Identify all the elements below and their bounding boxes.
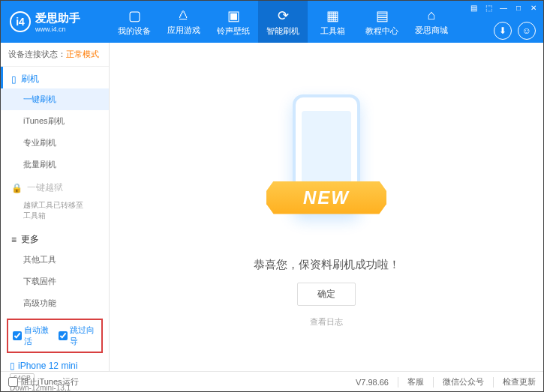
phone-icon: ▢ — [128, 7, 141, 24]
close-icon[interactable]: ✕ — [527, 2, 540, 13]
window-controls: ▤ ⬚ ― □ ✕ — [464, 1, 543, 14]
store-icon: ⌂ — [428, 7, 436, 23]
sidebar-item-download-firmware[interactable]: 下载固件 — [1, 271, 109, 292]
sidebar-section-more[interactable]: ≡更多 — [1, 227, 109, 249]
sidebar-item-oneclick-flash[interactable]: 一键刷机 — [1, 88, 109, 110]
menu-icon[interactable]: ▤ — [467, 2, 480, 13]
phone-illustration: NEW — [270, 87, 383, 244]
list-icon: ≡ — [11, 235, 17, 245]
phone-icon: ▯ — [10, 361, 15, 371]
sidebar-item-pro-flash[interactable]: 专业刷机 — [1, 132, 109, 154]
logo-icon: i4 — [10, 11, 31, 32]
app-header: i4 爱思助手 www.i4.cn ▢我的设备 ⩟应用游戏 ▣铃声壁纸 ⟳智能刷… — [1, 1, 543, 43]
skip-guide-checkbox[interactable]: 跳过向导 — [59, 325, 97, 347]
toolbox-icon: ▦ — [326, 7, 339, 24]
sidebar: 设备连接状态：正常模式 ▯刷机 一键刷机 iTunes刷机 专业刷机 批量刷机 … — [1, 43, 110, 371]
apps-icon: ⩟ — [177, 7, 191, 23]
sidebar-item-advanced[interactable]: 高级功能 — [1, 292, 109, 314]
skin-icon[interactable]: ⬚ — [482, 2, 495, 13]
connection-status: 设备连接状态：正常模式 — [1, 43, 109, 67]
user-icon[interactable]: ☺ — [518, 22, 536, 40]
phone-icon: ▯ — [11, 74, 17, 85]
book-icon: ▤ — [376, 7, 389, 24]
image-icon: ▣ — [227, 7, 240, 24]
nav-toolbox[interactable]: ▦工具箱 — [308, 1, 357, 43]
flash-options-highlight: 自动激活 跳过向导 — [7, 319, 103, 353]
check-update-link[interactable]: 检查更新 — [503, 376, 536, 388]
ok-button[interactable]: 确定 — [297, 283, 356, 306]
app-url: www.i4.cn — [35, 25, 80, 33]
sidebar-section-jailbreak: 🔒一键越狱 — [1, 175, 109, 197]
main-content: NEW 恭喜您，保资料刷机成功啦！ 确定 查看日志 — [110, 43, 543, 371]
app-name: 爱思助手 — [35, 11, 80, 25]
sidebar-section-flash[interactable]: ▯刷机 — [1, 67, 109, 88]
nav-my-device[interactable]: ▢我的设备 — [110, 1, 159, 43]
jailbreak-notice: 越狱工具已转移至 工具箱 — [1, 197, 109, 227]
minimize-icon[interactable]: ― — [497, 2, 510, 13]
new-ribbon: NEW — [266, 181, 386, 214]
header-actions: ⬇ ☺ — [494, 22, 536, 40]
wechat-link[interactable]: 微信公众号 — [443, 376, 484, 388]
sidebar-item-other-tools[interactable]: 其他工具 — [1, 249, 109, 271]
sidebar-item-itunes-flash[interactable]: iTunes刷机 — [1, 110, 109, 132]
support-link[interactable]: 客服 — [407, 376, 424, 388]
logo-area: i4 爱思助手 www.i4.cn — [1, 11, 110, 33]
nav-tutorials[interactable]: ▤教程中心 — [357, 1, 407, 43]
view-log-link[interactable]: 查看日志 — [310, 316, 343, 328]
success-message: 恭喜您，保资料刷机成功啦！ — [254, 258, 400, 272]
nav-store[interactable]: ⌂爱思商城 — [407, 1, 456, 43]
auto-activate-checkbox[interactable]: 自动激活 — [13, 325, 51, 347]
download-icon[interactable]: ⬇ — [494, 22, 512, 40]
sidebar-item-batch-flash[interactable]: 批量刷机 — [1, 154, 109, 175]
lock-icon: 🔒 — [11, 183, 23, 193]
version-label: V7.98.66 — [356, 378, 389, 387]
maximize-icon[interactable]: □ — [512, 2, 525, 13]
block-itunes-checkbox[interactable]: 阻止iTunes运行 — [8, 376, 79, 388]
main-nav: ▢我的设备 ⩟应用游戏 ▣铃声壁纸 ⟳智能刷机 ▦工具箱 ▤教程中心 ⌂爱思商城 — [110, 1, 456, 43]
nav-apps[interactable]: ⩟应用游戏 — [159, 1, 209, 43]
nav-flash[interactable]: ⟳智能刷机 — [258, 1, 308, 43]
nav-ringtones[interactable]: ▣铃声壁纸 — [209, 1, 258, 43]
refresh-icon: ⟳ — [278, 7, 289, 24]
